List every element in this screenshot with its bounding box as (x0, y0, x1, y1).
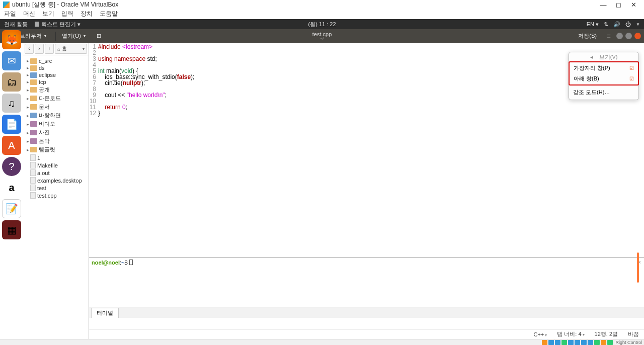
tree-item[interactable]: a.out (24, 169, 88, 177)
help-icon[interactable]: ? (2, 157, 21, 176)
vb-shared-folder-icon[interactable] (575, 340, 580, 345)
vb-menu-file[interactable]: 파일 (4, 10, 16, 19)
home-icon: ⌂ (57, 46, 60, 52)
vb-menu-machine[interactable]: 머신 (23, 10, 35, 19)
save-button[interactable]: 저장(S) (574, 31, 601, 41)
vb-usb-icon[interactable] (568, 340, 574, 345)
window-minimize-button[interactable] (616, 33, 623, 39)
thunderbird-icon[interactable]: ✉ (2, 51, 21, 70)
editor-area: 123456789101112 #include <iostream> usin… (89, 43, 644, 318)
vb-menu-view[interactable]: 보기 (42, 10, 54, 19)
nav-home-button[interactable]: ⌂홈▾ (55, 44, 87, 54)
window-maximize-button[interactable] (625, 33, 632, 39)
tree-item[interactable]: ▸공개 (24, 85, 88, 94)
virtualbox-titlebar: ubuntu [실행 중] - Oracle VM VirtualBox — ◻… (0, 0, 644, 10)
tab-width[interactable]: 탭 너비: 4▾ (557, 330, 584, 338)
vb-menu-help[interactable]: 도움말 (100, 10, 118, 19)
host-key-label: Right Control (615, 340, 642, 345)
tree-item[interactable]: ▸템플릿 (24, 145, 88, 154)
tree-item[interactable]: ▸비디오 (24, 120, 88, 128)
gnome-top-bar: 현재 활동 텍스트 편집기 ▾ (월) 11 : 22 EN ▾ ⇅ 🔊 ⏻ ▼ (0, 19, 644, 29)
terminal-tab[interactable]: 터미널 (91, 308, 119, 318)
nav-back-button[interactable]: ‹ (25, 44, 34, 54)
file-browser-sidebar: ‹ › ↑ ⌂홈▾ ▸c_src▸ds▸eclipse▸tcp▸공개▸다운로드▸… (23, 43, 89, 339)
source-map-indicator (637, 252, 639, 283)
check-icon: ☑ (629, 65, 634, 71)
vb-network-icon[interactable] (561, 340, 567, 345)
close-button[interactable]: ✕ (626, 1, 641, 9)
unity-launcher: 🦊 ✉ 🗂 ♫ 📄 A ? a 📝 ▦ (0, 29, 23, 339)
vb-menu-input[interactable]: 입력 (61, 10, 73, 19)
nav-up-button[interactable]: ↑ (45, 44, 54, 54)
popup-highlight-mode[interactable]: 강조 모드(H)… (569, 87, 638, 98)
cursor-position: 12행, 2열 (595, 330, 618, 338)
tree-item[interactable]: examples.desktop (24, 177, 88, 184)
vb-cpu-icon[interactable] (594, 340, 600, 345)
tree-item[interactable]: ▸tcp (24, 78, 88, 85)
app-menu[interactable]: 텍스트 편집기 ▾ (35, 21, 80, 28)
power-icon[interactable]: ⏻ (625, 21, 631, 27)
embedded-terminal[interactable]: noel@noel:~$ × (89, 257, 644, 307)
popup-view-header: ◂ 보기(V) (569, 52, 638, 62)
line-number-gutter: 123456789101112 (89, 43, 98, 257)
gedit-headerbar: 파일 브라우저▾ 열기(O)▾ ⊞ test.cpp ~/ 저장(S) ≡ (0, 29, 644, 43)
tree-item[interactable]: ▸음악 (24, 137, 88, 145)
wine-icon[interactable]: ▦ (2, 220, 21, 239)
statusbar: C++▾ 탭 너비: 4▾ 12행, 2열 바꿈 (89, 329, 644, 339)
minimize-button[interactable]: — (596, 1, 611, 9)
clock[interactable]: (월) 11 : 22 (308, 21, 336, 28)
vb-optical-icon[interactable] (548, 340, 554, 345)
vb-hdd-icon[interactable] (542, 340, 547, 345)
new-tab-button[interactable]: ⊞ (93, 32, 105, 40)
virtualbox-statusbar: Right Control (0, 339, 644, 345)
tree-item[interactable]: ▸eclipse (24, 71, 88, 78)
tree-item[interactable]: ▸ds (24, 64, 88, 71)
volume-icon[interactable]: 🔊 (613, 21, 620, 28)
window-close-button[interactable] (634, 33, 641, 39)
tree-item[interactable]: ▸c_src (24, 57, 88, 64)
file-tree: ▸c_src▸ds▸eclipse▸tcp▸공개▸다운로드▸문서▸바탕화면▸비디… (23, 55, 89, 201)
vb-audio-icon[interactable] (555, 340, 560, 345)
insert-mode[interactable]: 바꿈 (628, 330, 639, 338)
hamburger-menu-button[interactable]: ≡ (604, 32, 614, 40)
code-content[interactable]: #include <iostream> using namespace std;… (98, 43, 194, 257)
files-icon[interactable]: 🗂 (2, 72, 21, 92)
terminal-cursor (129, 260, 133, 265)
tree-item[interactable]: Makefile (24, 161, 88, 169)
language-mode[interactable]: C++▾ (533, 331, 547, 337)
vb-keyboard-icon[interactable] (607, 340, 613, 345)
ubuntu-software-icon[interactable]: A (2, 136, 21, 155)
system-menu-caret[interactable]: ▼ (636, 22, 640, 27)
check-icon: ☑ (629, 76, 634, 81)
activities-button[interactable]: 현재 활동 (4, 21, 28, 28)
tree-item[interactable]: ▸바탕화면 (24, 111, 88, 120)
tree-item[interactable]: test.cpp (24, 192, 88, 199)
tree-item[interactable]: ▸사진 (24, 128, 88, 137)
popup-side-panel[interactable]: 가장자리 창(P)☑ (570, 63, 638, 73)
tree-item[interactable]: ▸다운로드 (24, 94, 88, 103)
libreoffice-writer-icon[interactable]: 📄 (2, 115, 21, 134)
view-popup-menu: ◂ 보기(V) 가장자리 창(P)☑ 아래 창(B)☑ 강조 모드(H)… (569, 52, 639, 100)
vb-menu-devices[interactable]: 장치 (80, 10, 93, 19)
nav-forward-button[interactable]: › (35, 44, 44, 54)
rhythmbox-icon[interactable]: ♫ (2, 94, 21, 113)
tree-item[interactable]: ▸문서 (24, 103, 88, 111)
popup-highlight-box: 가장자리 창(P)☑ 아래 창(B)☑ (569, 61, 639, 85)
maximize-button[interactable]: ◻ (611, 1, 626, 9)
popup-bottom-panel[interactable]: 아래 창(B)☑ (570, 73, 638, 84)
vb-recording-icon[interactable] (588, 340, 593, 345)
language-indicator[interactable]: EN ▾ (587, 21, 599, 28)
text-editor-launcher-icon[interactable]: 📝 (2, 199, 21, 218)
vb-display-icon[interactable] (581, 340, 587, 345)
tree-item[interactable]: 1 (24, 154, 88, 161)
amazon-icon[interactable]: a (2, 178, 21, 197)
open-button[interactable]: 열기(O)▾ (58, 31, 90, 41)
show-applications-button[interactable] (4, 324, 19, 339)
tree-item[interactable]: test (24, 184, 88, 192)
virtualbox-menubar: 파일 머신 보기 입력 장치 도움말 (0, 10, 644, 19)
network-icon[interactable]: ⇅ (604, 21, 608, 28)
text-editor-icon (35, 22, 39, 27)
window-title: ubuntu [실행 중] - Oracle VM VirtualBox (12, 1, 118, 9)
firefox-icon[interactable]: 🦊 (2, 30, 21, 49)
vb-mouse-icon[interactable] (601, 340, 606, 345)
